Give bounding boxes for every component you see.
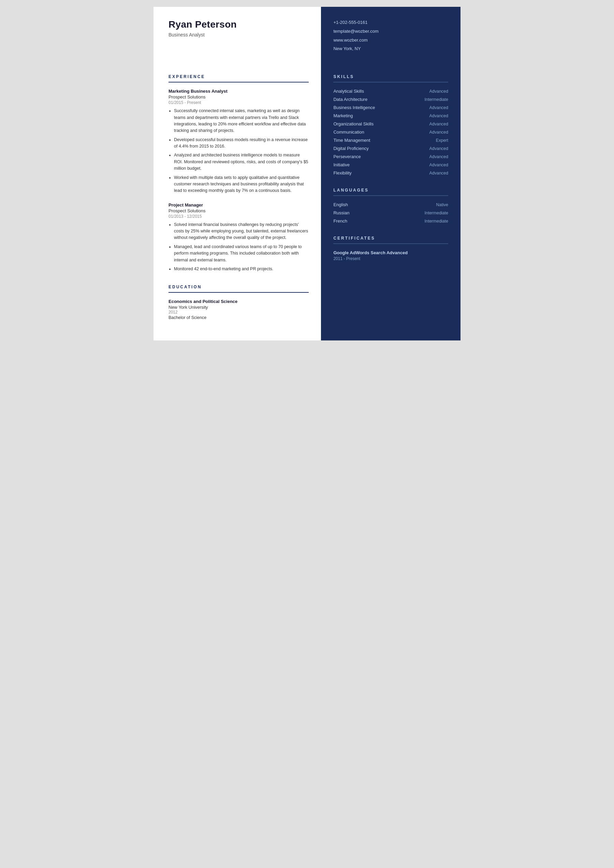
skill-level-7: Advanced (429, 146, 448, 151)
lang-level-1: Intermediate (425, 211, 448, 215)
skill-row-8: Perseverance Advanced (333, 154, 448, 159)
skill-row-3: Marketing Advanced (333, 113, 448, 118)
skills-section-title: SKILLS (333, 74, 448, 79)
body: EXPERIENCE Marketing Business Analyst Pr… (154, 62, 460, 341)
skill-name-1: Data Architecture (333, 97, 367, 102)
job-1-dates: 01/2015 - Present (168, 100, 309, 105)
candidate-name: Ryan Peterson (168, 19, 309, 30)
skill-row-0: Analytical Skills Advanced (333, 88, 448, 94)
lang-level-0: Native (436, 202, 448, 207)
job-1-bullet-3: Analyzed and architected business intell… (174, 152, 309, 172)
skill-name-3: Marketing (333, 113, 353, 118)
skill-name-9: Initiative (333, 162, 350, 167)
skill-level-2: Advanced (429, 105, 448, 110)
skill-level-3: Advanced (429, 113, 448, 118)
lang-row-0: English Native (333, 202, 448, 207)
job-2-dates: 01/2013 - 12/2015 (168, 214, 309, 219)
experience-section: EXPERIENCE Marketing Business Analyst Pr… (168, 74, 309, 272)
skill-level-6: Expert (436, 138, 448, 143)
skill-level-9: Advanced (429, 163, 448, 167)
skill-row-6: Time Management Expert (333, 138, 448, 143)
skill-level-0: Advanced (429, 89, 448, 94)
skill-level-10: Advanced (429, 171, 448, 175)
cert-dates-0: 2011 - Present (333, 256, 448, 261)
lang-name-1: Russian (333, 210, 349, 215)
education-section: EDUCATION Economics and Political Scienc… (168, 285, 309, 320)
lang-name-0: English (333, 202, 348, 207)
skill-row-2: Business Intelligence Advanced (333, 105, 448, 110)
skill-name-4: Organizational Skills (333, 121, 373, 126)
candidate-job-title: Business Analyst (168, 32, 309, 37)
resume-document: Ryan Peterson Business Analyst +1-202-55… (154, 7, 460, 341)
skills-divider (333, 82, 448, 82)
skill-level-5: Advanced (429, 130, 448, 135)
skill-row-7: Digital Proficiency Advanced (333, 146, 448, 151)
experience-divider (168, 82, 309, 82)
lang-level-2: Intermediate (425, 219, 448, 223)
skill-level-1: Intermediate (425, 97, 448, 102)
header: Ryan Peterson Business Analyst +1-202-55… (154, 7, 460, 62)
experience-section-title: EXPERIENCE (168, 74, 309, 79)
education-section-title: EDUCATION (168, 285, 309, 289)
job-1-bullet-2: Developed successful business models res… (174, 136, 309, 150)
skill-name-7: Digital Proficiency (333, 146, 368, 151)
certificates-section-title: CERTIFICATES (333, 236, 448, 240)
job-1: Marketing Business Analyst Prospect Solu… (168, 88, 309, 194)
right-column: SKILLS Analytical Skills Advanced Data A… (321, 62, 460, 341)
edu-type: Bachelor of Science (168, 315, 309, 320)
job-2: Project Manager Prospect Solutions 01/20… (168, 202, 309, 273)
languages-section: LANGUAGES English Native Russian Interme… (333, 188, 448, 223)
left-column: EXPERIENCE Marketing Business Analyst Pr… (154, 62, 321, 341)
job-2-bullet-1: Solved internal financial business chall… (174, 222, 309, 241)
job-1-title: Marketing Business Analyst (168, 88, 309, 94)
job-2-bullet-2: Managed, lead and coordinated various te… (174, 244, 309, 264)
header-right: +1-202-555-0161 template@wozber.com www.… (321, 7, 460, 62)
lang-row-2: French Intermediate (333, 219, 448, 223)
education-divider (168, 292, 309, 293)
languages-section-title: LANGUAGES (333, 188, 448, 192)
contact-email: template@wozber.com (333, 28, 448, 35)
cert-name-0: Google AdWords Search Advanced (333, 250, 448, 255)
skill-name-0: Analytical Skills (333, 88, 364, 94)
skill-name-2: Business Intelligence (333, 105, 375, 110)
contact-website: www.wozber.com (333, 37, 448, 44)
lang-row-1: Russian Intermediate (333, 210, 448, 215)
skill-name-6: Time Management (333, 138, 370, 143)
job-1-company: Prospect Solutions (168, 95, 309, 99)
job-2-title: Project Manager (168, 202, 309, 208)
job-1-bullet-4: Worked with multiple data sets to apply … (174, 175, 309, 194)
edu-year: 2012 (168, 310, 309, 315)
lang-name-2: French (333, 219, 347, 223)
header-left: Ryan Peterson Business Analyst (154, 7, 321, 62)
skill-row-9: Initiative Advanced (333, 162, 448, 167)
skill-level-8: Advanced (429, 154, 448, 159)
contact-location: New York, NY (333, 45, 448, 53)
job-1-bullet-1: Successfully connected internal sales, m… (174, 108, 309, 134)
skills-section: SKILLS Analytical Skills Advanced Data A… (333, 74, 448, 175)
languages-divider (333, 195, 448, 196)
job-1-bullets: Successfully connected internal sales, m… (168, 108, 309, 194)
skill-level-4: Advanced (429, 122, 448, 126)
skill-name-8: Perseverance (333, 154, 361, 159)
certificates-divider (333, 243, 448, 244)
skill-row-1: Data Architecture Intermediate (333, 97, 448, 102)
certificates-section: CERTIFICATES Google AdWords Search Advan… (333, 236, 448, 261)
skill-name-5: Communication (333, 130, 364, 135)
job-2-bullets: Solved internal financial business chall… (168, 222, 309, 273)
skill-name-10: Flexibility (333, 170, 351, 175)
skill-row-5: Communication Advanced (333, 130, 448, 135)
skill-row-4: Organizational Skills Advanced (333, 121, 448, 126)
job-2-bullet-3: Monitored 42 end-to-end marketing and PR… (174, 266, 309, 272)
skill-row-10: Flexibility Advanced (333, 170, 448, 175)
edu-school: New York University (168, 305, 309, 310)
edu-degree: Economics and Political Science (168, 299, 309, 304)
contact-phone: +1-202-555-0161 (333, 19, 448, 26)
job-2-company: Prospect Solutions (168, 208, 309, 213)
